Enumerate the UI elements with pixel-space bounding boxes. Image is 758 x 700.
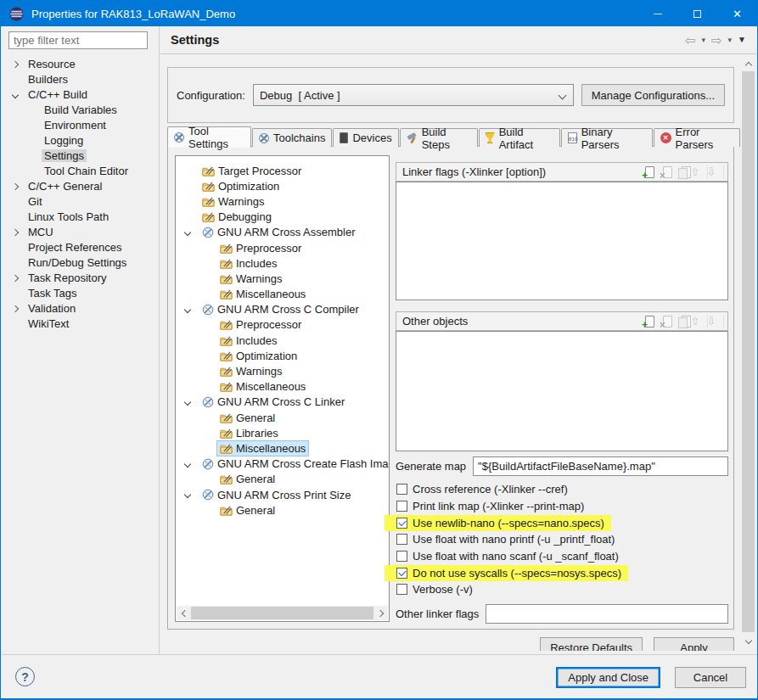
tab-binary-parsers[interactable]: Binary Parsers — [561, 128, 653, 147]
delete-button[interactable] — [660, 165, 674, 179]
nav-item-project-references[interactable]: Project References — [2, 240, 158, 255]
nav-item-label: Validation — [25, 302, 78, 315]
tree-item[interactable]: Miscellaneous — [176, 287, 389, 302]
nav-item-task-tags[interactable]: Task Tags — [2, 286, 158, 301]
checkbox-label: Use newlib-nano (--specs=nano.specs) — [413, 517, 604, 529]
tab-toolchains[interactable]: Toolchains — [252, 128, 332, 147]
other-linker-flags-input[interactable] — [486, 604, 728, 624]
tab-tool-settings[interactable]: Tool Settings — [167, 126, 251, 148]
scroll-right-button[interactable] — [374, 606, 388, 620]
no-syscalls-checkbox[interactable]: Do not use syscalls (--specs=nosys.specs… — [396, 564, 730, 581]
tree-item[interactable]: Includes — [176, 333, 389, 348]
category-icon — [202, 211, 215, 222]
category-icon — [220, 335, 233, 346]
scroll-thumb[interactable] — [191, 607, 373, 619]
tree-item[interactable]: Warnings — [176, 271, 389, 286]
nav-item-cpp-general[interactable]: C/C++ General — [2, 179, 158, 194]
tree-item[interactable]: General — [176, 502, 389, 518]
nav-item-validation[interactable]: Validation — [2, 301, 158, 316]
forward-menu-icon[interactable]: ▾ — [728, 36, 733, 44]
tree-item[interactable]: GNU ARM Cross C Compiler — [176, 302, 389, 317]
nav-item-settings[interactable]: Settings — [2, 148, 158, 164]
maximize-button[interactable] — [677, 1, 717, 26]
tab-devices[interactable]: Devices — [333, 128, 398, 147]
use-newlib-nano-checkbox[interactable]: Use newlib-nano (--specs=nano.specs) — [396, 514, 730, 531]
category-icon — [220, 366, 233, 377]
scroll-down-button[interactable] — [741, 635, 755, 648]
edit-button[interactable] — [677, 165, 692, 179]
tree-item[interactable]: GNU ARM Cross Assembler — [176, 225, 389, 240]
restore-defaults-button[interactable]: Restore Defaults — [540, 637, 643, 651]
tree-item[interactable]: General — [176, 410, 389, 425]
back-menu-icon[interactable]: ▾ — [701, 36, 705, 44]
nano-scanf-checkbox[interactable]: Use float with nano scanf (-u _scanf_flo… — [396, 548, 730, 565]
tab-build-artifact[interactable]: Build Artifact — [479, 128, 560, 147]
nav-item-resource[interactable]: Resource — [2, 57, 158, 72]
tool-settings-tree[interactable]: Target Processor — [175, 155, 390, 622]
nav-item-git[interactable]: Git — [2, 194, 158, 210]
tree-item[interactable]: GNU ARM Cross Create Flash Image — [176, 456, 389, 472]
main-vertical-scrollbar[interactable] — [741, 57, 755, 648]
tree-item[interactable]: Optimization — [176, 348, 389, 363]
nav-item-logging[interactable]: Logging — [2, 133, 158, 148]
tree-item[interactable]: Debugging — [176, 210, 389, 225]
filter-input[interactable] — [8, 31, 148, 49]
nav-item-cpp-build[interactable]: C/C++ Build — [2, 87, 158, 103]
nav-item-linux-tools-path[interactable]: Linux Tools Path — [2, 210, 158, 225]
nav-item-task-repository[interactable]: Task Repository — [2, 271, 158, 286]
tree-item[interactable]: Includes — [176, 255, 389, 271]
scroll-thumb[interactable] — [742, 71, 755, 632]
tree-item[interactable]: GNU ARM Cross C Linker — [176, 395, 389, 410]
tree-item[interactable]: GNU ARM Cross Print Size — [176, 487, 389, 502]
tab-build-steps[interactable]: Build Steps — [400, 128, 478, 147]
nav-item-build-variables[interactable]: Build Variables — [2, 103, 158, 118]
nav-item-builders[interactable]: Builders — [2, 72, 158, 87]
nav-item-tool-chain-editor[interactable]: Tool Chain Editor — [2, 164, 158, 179]
nano-printf-checkbox[interactable]: Use float with nano printf (-u _printf_f… — [396, 531, 730, 548]
edit-button[interactable] — [677, 315, 692, 328]
tree-item[interactable]: Libraries — [176, 425, 389, 440]
help-button[interactable]: ? — [15, 667, 35, 686]
back-icon[interactable]: ⇦ — [685, 34, 696, 47]
titlebar[interactable]: Properties for RAK813_LoRaWAN_Demo ✕ — [1, 1, 757, 26]
generate-map-input[interactable] — [473, 456, 728, 476]
configuration-select[interactable]: Debug [ Active ] — [253, 84, 574, 106]
tree-item[interactable]: Warnings — [176, 363, 389, 378]
nav-item-mcu[interactable]: MCU — [2, 225, 158, 240]
add-button[interactable] — [642, 165, 656, 179]
move-down-button[interactable]: ⇩ — [711, 315, 724, 328]
tree-item[interactable]: Preprocessor — [176, 317, 389, 333]
minimize-button[interactable] — [637, 1, 677, 26]
apply-button[interactable]: Apply — [654, 637, 734, 651]
tree-item[interactable]: Optimization — [176, 178, 389, 193]
tree-horizontal-scrollbar[interactable] — [177, 606, 388, 620]
nav-item-label: Task Repository — [25, 272, 109, 284]
nav-item-environment[interactable]: Environment — [2, 118, 158, 133]
tab-error-parsers[interactable]: Error Parsers — [654, 128, 740, 147]
tree-item[interactable]: General — [176, 472, 389, 487]
tree-item[interactable]: Target Processor — [176, 163, 389, 178]
generate-map-label: Generate map — [396, 460, 466, 473]
move-down-button[interactable]: ⇩ — [711, 165, 724, 179]
cancel-button[interactable]: Cancel — [675, 667, 746, 688]
delete-button[interactable] — [660, 315, 674, 328]
tree-item[interactable]: Miscellaneous — [176, 440, 389, 456]
scroll-up-button[interactable] — [741, 57, 755, 70]
view-menu-icon[interactable]: ▼ — [738, 36, 746, 44]
other-objects-list[interactable] — [396, 331, 728, 451]
forward-icon[interactable]: ⇨ — [711, 34, 722, 47]
verbose-checkbox[interactable]: Verbose (-v) — [396, 581, 730, 598]
scroll-left-button[interactable] — [177, 606, 190, 620]
print-link-map-checkbox[interactable]: Print link map (-Xlinker --print-map) — [396, 498, 730, 515]
linker-flags-list[interactable] — [396, 182, 728, 300]
apply-and-close-button[interactable]: Apply and Close — [556, 667, 660, 688]
nav-item-wikitext[interactable]: WikiText — [2, 316, 158, 332]
tree-item[interactable]: Preprocessor — [176, 240, 389, 255]
tree-item[interactable]: Warnings — [176, 193, 389, 209]
manage-configurations-button[interactable]: Manage Configurations... — [581, 84, 725, 106]
nav-item-run-debug-settings[interactable]: Run/Debug Settings — [2, 255, 158, 271]
tree-item[interactable]: Miscellaneous — [176, 379, 389, 395]
cross-reference-checkbox[interactable]: Cross reference (-Xlinker --cref) — [396, 481, 730, 498]
add-button[interactable] — [642, 315, 656, 328]
close-button[interactable]: ✕ — [717, 1, 757, 26]
